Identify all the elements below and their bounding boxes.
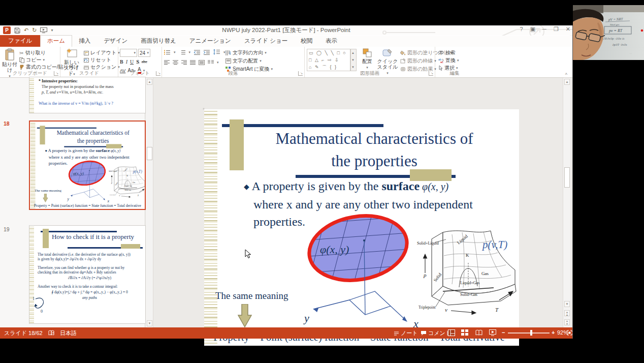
tab-insert[interactable]: 挿入 [72,36,97,47]
slide-sorter-view-button[interactable] [461,329,468,336]
align-left-icon[interactable] [164,60,170,65]
main-scrollbar[interactable]: ▲ ▼ ▲▲ ▼▼ [563,78,570,327]
language-indicator[interactable]: 日本語 [60,329,77,337]
collapse-ribbon-button[interactable]: ^ [565,72,567,77]
align-text-button[interactable]: 文字の配置▾ [226,57,262,65]
align-right-icon[interactable] [181,60,187,65]
same-meaning-text[interactable]: The same meaning [35,189,61,193]
shapes-row2[interactable]: □ △ ⌐ ⇨ ⇩ [309,56,350,64]
shapes-row3[interactable]: ⌂ ✎ ⌒ { } [309,64,350,71]
property-equation-text[interactable]: Property = Point (surface) function = St… [31,204,144,208]
drawing-group-label: 図形描画 [305,70,435,77]
copy-icon [19,57,24,63]
down-arrow-shape[interactable] [238,304,252,327]
text-shadow-button[interactable]: S [136,59,139,65]
bullet-line1: ◆ A property is given by the surface φ(x… [45,147,144,154]
tab-view[interactable]: 表示 [319,36,344,47]
help-button[interactable]: ? [520,26,523,33]
copy-button[interactable]: コピー▾ [19,56,45,64]
shapes-gallery[interactable]: ▭ ◯ ╲ ╲ □ ○ □ △ ⌐ ⇨ ⇩ ⌂ ✎ ⌒ { } ▲ ▼ ▼ [307,49,350,71]
spell-check-icon[interactable] [48,330,55,336]
phi-surface-figure[interactable]: φ(x, y) y x [303,211,425,329]
ribbon-display-options-button[interactable]: ▣ [530,26,535,33]
reading-view-button[interactable] [475,329,482,336]
close-button[interactable]: ✕ [566,26,570,33]
scroll-up-icon[interactable]: ▲ [564,79,570,85]
find-button[interactable]: 検索 [438,49,456,56]
tab-home[interactable]: ホーム [40,35,72,47]
columns-icon[interactable] [208,60,214,65]
slide-title[interactable]: Mathematical characteristics of the prop… [44,129,143,145]
decrease-indent-icon[interactable] [194,50,200,55]
font-name-combobox[interactable]: ▾ [120,49,137,57]
distribute-icon[interactable] [199,60,205,65]
bold-button[interactable]: B [120,59,123,65]
thumbnail-slide-18[interactable]: Mathematical characteristics of the prop… [29,120,146,210]
normal-view-button[interactable] [448,329,455,336]
pvt-surface-figure[interactable]: Solid+Liquid Liquid K Gas Liquid+Gas Sol… [109,165,146,200]
notes-toggle[interactable]: ノート [394,329,418,337]
comments-toggle[interactable]: コメント [421,329,451,337]
paragraph-dialog-launcher[interactable]: ↘ [298,71,303,76]
thumbnail-slide-17[interactable]: * Intensive properties: The property not… [29,77,146,113]
thumbnail-scrollbar[interactable]: ▲ ▼ [146,78,153,327]
zoom-slider-track[interactable] [508,332,550,334]
clipboard-dialog-launcher[interactable]: ↘ [54,71,58,76]
s19-rule-top [41,231,117,232]
next-slide-button[interactable]: ▼▼ [564,319,570,325]
minimize-button[interactable]: ─ [542,26,546,33]
underline-button[interactable]: U [130,59,134,65]
gallery-more-icon: ▼ [351,64,356,71]
font-controls-row2: B I U S abc [120,59,147,65]
scroll-down-icon[interactable]: ▼ [564,301,570,307]
pvt-surface-figure[interactable]: Solid+Liquid Liquid K Gas Liquid+Gas Sol… [416,226,518,320]
font-size-combobox[interactable]: 24▾ [138,49,150,57]
italic-button[interactable]: I [126,59,127,65]
line-spacing-icon[interactable] [213,49,220,55]
zoom-in-button[interactable]: + [552,329,555,336]
phi-surface-figure[interactable]: φ(x, y) y x [67,160,112,203]
replace-button[interactable]: abac置換▾ [438,57,459,64]
drawing-dialog-launcher[interactable]: ↘ [429,71,433,76]
numbering-icon[interactable] [179,50,185,55]
bullets-icon[interactable] [164,50,170,55]
tab-file[interactable]: ファイル [0,35,40,47]
font-dialog-launcher[interactable]: ↘ [156,71,160,76]
increase-indent-icon[interactable] [204,50,210,55]
tab-transitions[interactable]: 画面切り替え [134,36,183,47]
section-button[interactable]: セクション▾ [84,64,120,71]
tab-slideshow[interactable]: スライド ショー [238,36,294,47]
align-center-icon[interactable] [173,60,178,65]
tab-design[interactable]: デザイン [97,36,134,47]
shapes-gallery-scrollbar[interactable]: ▲ ▼ ▼ [350,49,357,71]
down-arrow-shape[interactable] [43,194,48,202]
justify-icon[interactable] [190,60,196,65]
slide-counter[interactable]: スライド 18/62 [4,329,43,337]
main-scrollbar-thumb[interactable] [564,167,570,188]
restore-button[interactable]: ❐ [554,26,559,33]
scroll-down-icon[interactable]: ▼ [147,320,152,326]
slide-editing-canvas[interactable]: Mathematical characteristics of the prop… [203,108,204,109]
strikethrough-button[interactable]: abc [142,59,147,64]
fit-to-window-button[interactable] [567,330,572,336]
thumbnail-slide-19[interactable]: How to check if it is a property The tot… [29,225,146,324]
reset-button[interactable]: リセット [84,56,111,64]
tab-animations[interactable]: アニメーション [183,36,238,47]
arrange-button[interactable]: 配置▾ [359,48,376,70]
thumbnail-scrollbar-thumb[interactable] [147,147,152,160]
scroll-up-icon[interactable]: ▲ [147,79,152,85]
slideshow-view-button[interactable] [489,329,496,336]
tab-review[interactable]: 校閲 [294,36,319,47]
editing-group: 検索 abac置換▾ 選択▾ 編集 [435,47,474,77]
cut-button[interactable]: ✂切り取り [19,49,46,56]
zoom-out-button[interactable]: − [502,329,505,336]
zoom-slider-handle[interactable] [530,330,532,336]
text-direction-button[interactable]: 文字列の方向▾ [226,49,267,56]
shapes-row1[interactable]: ▭ ◯ ╲ ╲ □ ○ [309,49,350,56]
layout-button[interactable]: レイアウト▾ [84,49,120,56]
same-meaning-text[interactable]: The same meaning [215,290,288,301]
previous-slide-button[interactable]: ▲▲ [564,310,570,316]
shape-outline-button[interactable]: 図形の枠線▾ [400,57,436,65]
phi-surface-label: φ(x, y) [73,171,84,176]
slide-title[interactable]: Mathematical characteristics of the prop… [240,128,509,172]
